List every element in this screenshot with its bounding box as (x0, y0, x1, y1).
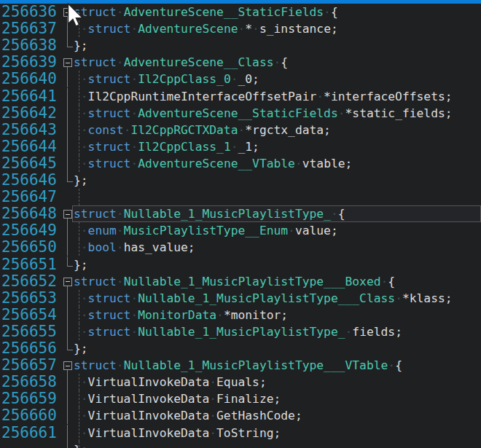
code-line-text[interactable]: ·struct·Nullable_1_MusicPlaylistType___C… (74, 290, 453, 307)
minus-icon (66, 63, 70, 63)
line-number[interactable]: 256639 (1, 54, 57, 71)
line-number[interactable]: 256656 (1, 340, 57, 357)
code-line-text[interactable]: ·VirtualInvokeData·ToString; (74, 425, 281, 441)
fold-guide-line-end-tick (67, 47, 73, 47)
code-line: 256644 ·struct·Il2CppClass_1·_1; (0, 138, 481, 155)
code-line-text[interactable]: ·Il2CppRuntimeInterfaceOffsetPair·*inter… (74, 88, 453, 105)
minus-icon (66, 214, 70, 215)
fold-guide-line-end-tick (67, 266, 73, 267)
fold-collapse-button[interactable] (63, 278, 72, 286)
code-line: 256653 ·struct·Nullable_1_MusicPlaylistT… (0, 290, 481, 307)
code-line-text[interactable]: struct·AdventureScene__Class·{ (74, 54, 288, 71)
fold-guide-line (67, 155, 68, 172)
fold-guide-line (67, 122, 68, 138)
minus-icon (66, 281, 70, 282)
code-line-text[interactable]: ·struct·AdventureScene__VTable·vtable; (74, 155, 352, 172)
line-number[interactable]: 256649 (1, 222, 57, 239)
fold-guide-line-end (67, 256, 68, 267)
line-number[interactable]: 256661 (1, 425, 57, 441)
line-number[interactable]: 256642 (1, 105, 57, 122)
code-line: 256645 ·struct·AdventureScene__VTable·vt… (0, 155, 481, 172)
code-line: }; (0, 441, 481, 448)
code-line-text[interactable]: ·VirtualInvokeData·Equals; (74, 374, 267, 390)
code-line: 256660 ·VirtualInvokeData·GetHashCode; (0, 407, 481, 424)
line-number[interactable]: 256638 (1, 37, 57, 54)
code-line-text[interactable]: ·struct·MonitorData·*monitor; (74, 307, 288, 323)
code-line-text[interactable]: struct·Nullable_1_MusicPlaylistType_·{ (74, 205, 345, 222)
minus-icon (66, 366, 70, 366)
line-number[interactable]: 256652 (1, 273, 57, 290)
code-line-text[interactable]: }; (74, 340, 88, 357)
fold-guide-line (67, 425, 68, 441)
fold-guide-line (67, 407, 68, 424)
code-line-text[interactable]: ·bool·has_value; (74, 239, 195, 256)
fold-collapse-button[interactable] (63, 8, 72, 17)
code-line: 256641 ·Il2CppRuntimeInterfaceOffsetPair… (0, 88, 481, 105)
fold-guide-line (67, 390, 68, 407)
line-number[interactable]: 256644 (1, 138, 57, 155)
fold-guide-line (67, 323, 68, 340)
line-number[interactable]: 256641 (1, 88, 57, 105)
fold-guide-line (67, 290, 68, 307)
code-editor: 256636struct·AdventureScene__StaticField… (0, 0, 481, 448)
code-line: 256638}; (0, 37, 481, 54)
line-number[interactable]: 256657 (1, 357, 57, 374)
code-line-text[interactable]: ·const·Il2CppRGCTXData·*rgctx_data; (74, 122, 331, 138)
code-line-text[interactable]: ·struct·Nullable_1_MusicPlaylistType_·fi… (74, 323, 402, 340)
code-line-text[interactable]: ·struct·AdventureScene·*·s_instance; (74, 20, 338, 37)
code-line: 256652struct·Nullable_1_MusicPlaylistTyp… (0, 273, 481, 290)
code-line: 256647 (0, 189, 481, 205)
code-line-text[interactable]: struct·AdventureScene__StaticFields·{ (74, 4, 338, 20)
code-line: 256651}; (0, 256, 481, 273)
fold-guide-line-end-tick (67, 181, 73, 182)
fold-collapse-button[interactable] (63, 210, 72, 219)
fold-guide-line-end (67, 340, 68, 350)
window-top-accent-bar (0, 0, 481, 4)
code-line: 256650 ·bool·has_value; (0, 239, 481, 256)
line-number[interactable]: 256636 (1, 4, 57, 20)
code-line-text[interactable]: ·struct·AdventureScene__StaticFields·*st… (74, 105, 453, 122)
line-number[interactable]: 256651 (1, 256, 57, 273)
code-line: 256646}; (0, 172, 481, 189)
code-line: 256643 ·const·Il2CppRGCTXData·*rgctx_dat… (0, 122, 481, 138)
code-line-text[interactable]: ·struct·Il2CppClass_1·_1; (74, 138, 259, 155)
line-number[interactable]: 256658 (1, 374, 57, 390)
code-line-text[interactable]: struct·Nullable_1_MusicPlaylistType___VT… (74, 357, 402, 374)
line-number[interactable]: 256645 (1, 155, 57, 172)
line-number[interactable]: 256650 (1, 239, 57, 256)
fold-collapse-button[interactable] (63, 361, 72, 370)
fold-guide-line-end-tick (67, 350, 73, 350)
line-number[interactable]: 256659 (1, 390, 57, 407)
code-line-text[interactable]: }; (74, 172, 88, 189)
code-line-text[interactable]: }; (74, 37, 88, 54)
indent-guide (79, 189, 79, 205)
code-line-text[interactable]: ·struct·Il2CppClass_0·_0; (74, 71, 259, 87)
code-line-text[interactable]: ·VirtualInvokeData·GetHashCode; (74, 407, 302, 424)
line-number[interactable]: 256655 (1, 323, 57, 340)
line-number[interactable]: 256648 (1, 205, 57, 222)
line-number[interactable]: 256637 (1, 20, 57, 37)
code-line-text[interactable]: ·enum·MusicPlaylistType__Enum·value; (74, 222, 338, 239)
fold-guide-line-end (67, 37, 68, 47)
fold-guide-line (67, 374, 68, 390)
code-line-text[interactable]: ·VirtualInvokeData·Finalize; (74, 390, 281, 407)
line-number[interactable]: 256654 (1, 307, 57, 323)
code-line: 256649 ·enum·MusicPlaylistType__Enum·val… (0, 222, 481, 239)
line-number[interactable]: 256653 (1, 290, 57, 307)
code-line: 256648struct·Nullable_1_MusicPlaylistTyp… (0, 205, 481, 222)
line-number[interactable]: 256643 (1, 122, 57, 138)
code-line-text[interactable]: }; (74, 256, 88, 273)
line-number[interactable]: 256660 (1, 407, 57, 424)
line-number[interactable]: 256647 (1, 189, 57, 205)
code-line: 256658 ·VirtualInvokeData·Equals; (0, 374, 481, 390)
code-line: 256654 ·struct·MonitorData·*monitor; (0, 307, 481, 323)
fold-guide-line (67, 222, 68, 239)
fold-collapse-button[interactable] (63, 58, 72, 67)
code-line: 256636struct·AdventureScene__StaticField… (0, 4, 481, 20)
code-line: 256656}; (0, 340, 481, 357)
code-line-text[interactable]: struct·Nullable_1_MusicPlaylistType___Bo… (74, 273, 395, 290)
line-number[interactable]: 256640 (1, 71, 57, 87)
line-number[interactable]: 256646 (1, 172, 57, 189)
code-line-text[interactable]: }; (74, 441, 88, 448)
fold-guide-line (67, 88, 68, 105)
